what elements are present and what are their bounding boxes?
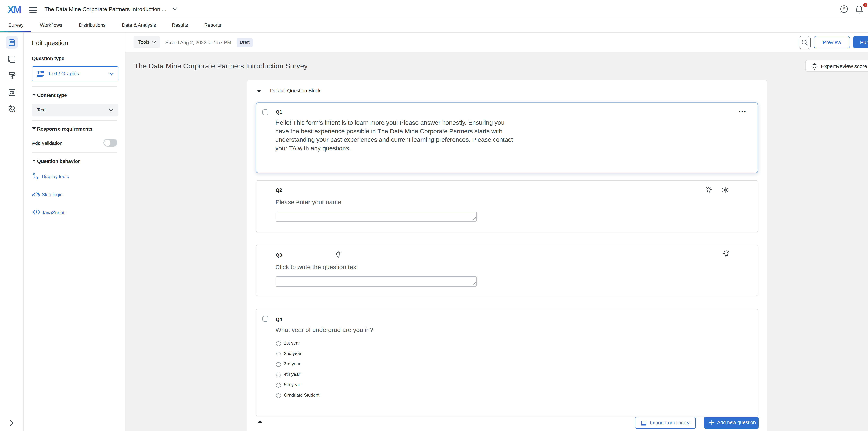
svg-text:XM: XM xyxy=(8,4,21,14)
svg-text:A: A xyxy=(12,108,15,112)
svg-text:?: ? xyxy=(843,7,845,11)
